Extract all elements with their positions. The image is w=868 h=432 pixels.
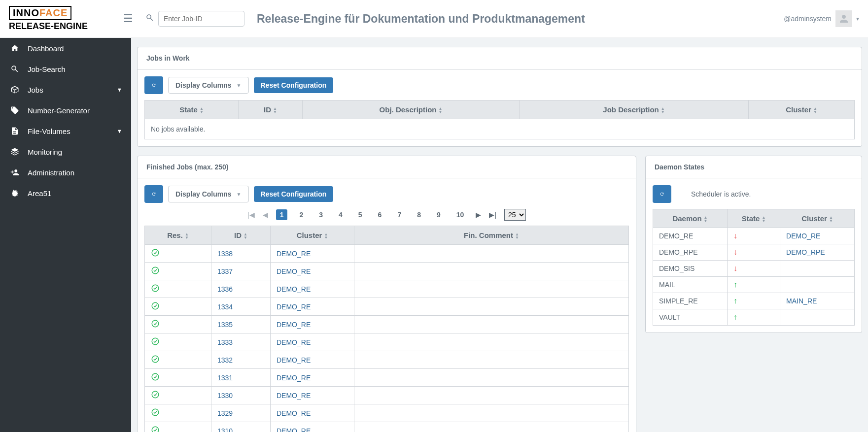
user-menu[interactable]: @adminsystem ▾ (784, 10, 859, 27)
cluster-link[interactable]: DEMO_RE (277, 321, 311, 329)
cluster-link[interactable]: DEMO_RE (277, 392, 311, 399)
job-id-link[interactable]: 1332 (217, 356, 233, 364)
success-icon (151, 375, 160, 383)
page-number[interactable]: 10 (452, 209, 468, 220)
column-header[interactable]: State▲▼ (145, 100, 239, 119)
sidebar-item-number-generator[interactable]: Number-Generator (0, 100, 131, 121)
cluster-link[interactable]: DEMO_RE (277, 338, 311, 346)
page-number[interactable]: 4 (335, 209, 347, 220)
success-icon (151, 286, 160, 294)
column-header[interactable]: Obj. Description▲▼ (303, 100, 520, 119)
job-id-link[interactable]: 1333 (217, 338, 233, 346)
column-header[interactable]: Res.▲▼ (145, 226, 211, 245)
cluster-link[interactable]: DEMO_RPE (786, 248, 825, 256)
avatar-icon (835, 10, 852, 27)
svg-point-3 (152, 302, 159, 309)
table-row: 1310DEMO_RE (145, 422, 629, 432)
job-id-link[interactable]: 1336 (217, 285, 233, 293)
table-row: 1332DEMO_RE (145, 351, 629, 369)
cluster-link[interactable]: DEMO_RE (277, 303, 311, 311)
cluster-link[interactable]: DEMO_RE (277, 356, 311, 364)
page-number[interactable]: 1 (276, 209, 288, 220)
refresh-button[interactable] (653, 185, 671, 203)
chevron-down-icon: ▼ (237, 192, 242, 197)
cluster-link[interactable]: DEMO_RE (277, 250, 311, 258)
column-header[interactable]: State▲▼ (727, 209, 780, 228)
reset-configuration-button[interactable]: Reset Configuration (254, 186, 334, 202)
sidebar-item-area51[interactable]: Area51 (0, 183, 131, 203)
display-columns-dropdown[interactable]: Display Columns▼ (168, 186, 249, 202)
page-number[interactable]: 3 (315, 209, 327, 220)
svg-point-2 (152, 285, 159, 292)
page-last-icon[interactable]: ▶| (489, 211, 496, 219)
job-id-link[interactable]: 1329 (217, 409, 233, 417)
column-header[interactable]: Cluster▲▼ (271, 226, 354, 245)
job-id-link[interactable]: 1310 (217, 427, 233, 432)
success-icon (151, 304, 160, 312)
sidebar-item-label: Administration (28, 168, 74, 177)
page-number[interactable]: 6 (374, 209, 386, 220)
user-plus-icon (9, 168, 21, 177)
sort-icon: ▲▼ (661, 107, 665, 114)
cluster-link[interactable]: DEMO_RE (277, 409, 311, 417)
page-number[interactable]: 2 (295, 209, 307, 220)
finished-jobs-title: Finished Jobs (max. 250) (138, 156, 636, 178)
column-header[interactable]: Job Description▲▼ (520, 100, 749, 119)
arrow-down-icon: ↓ (733, 248, 737, 256)
page-number[interactable]: 7 (393, 209, 405, 220)
daemon-name: VAULT (653, 309, 728, 326)
cluster-link[interactable]: DEMO_RE (786, 232, 820, 240)
job-id-link[interactable]: 1331 (217, 374, 233, 382)
page-first-icon[interactable]: |◀ (247, 211, 255, 219)
sidebar-item-jobs[interactable]: Jobs▼ (0, 79, 131, 100)
cluster-link[interactable]: DEMO_RE (277, 374, 311, 382)
job-id-link[interactable]: 1334 (217, 303, 233, 311)
sidebar-item-dashboard[interactable]: Dashboard (0, 38, 131, 59)
sidebar-item-job-search[interactable]: Job-Search (0, 59, 131, 79)
empty-row: No jobs available. (145, 119, 855, 139)
refresh-button[interactable] (144, 185, 163, 203)
job-id-link[interactable]: 1330 (217, 392, 233, 399)
page-prev-icon[interactable]: ◀ (263, 211, 268, 219)
sidebar-item-file-volumes[interactable]: File-Volumes▼ (0, 121, 131, 141)
chevron-down-icon: ▼ (117, 87, 122, 93)
search-icon (145, 13, 154, 25)
sidebar-item-administration[interactable]: Administration (0, 162, 131, 183)
cluster-link[interactable]: DEMO_RE (277, 427, 311, 432)
page-number[interactable]: 9 (433, 209, 445, 220)
page-number[interactable]: 8 (413, 209, 425, 220)
hamburger-icon[interactable]: ☰ (123, 12, 133, 25)
page-size-select[interactable]: 25 (504, 209, 526, 221)
logo-bottom: RELEASE-ENGINE (9, 21, 88, 32)
success-icon (151, 339, 160, 347)
column-header[interactable]: Cluster▲▼ (749, 100, 855, 119)
comment-cell (354, 298, 629, 316)
daemon-toolbar: Scheduler is active. (653, 185, 855, 203)
display-columns-dropdown[interactable]: Display Columns▼ (168, 77, 249, 94)
search-input[interactable] (158, 11, 244, 27)
job-id-link[interactable]: 1338 (217, 250, 233, 258)
job-id-link[interactable]: 1335 (217, 321, 233, 329)
bug-icon (9, 189, 21, 198)
sort-icon: ▲▼ (200, 107, 204, 114)
cluster-link[interactable]: DEMO_RE (277, 285, 311, 293)
page-number[interactable]: 5 (354, 209, 366, 220)
cluster-link[interactable]: DEMO_RE (277, 267, 311, 275)
column-header[interactable]: Daemon▲▼ (653, 209, 728, 228)
job-id-link[interactable]: 1337 (217, 267, 233, 275)
page-next-icon[interactable]: ▶ (476, 211, 481, 219)
column-header[interactable]: Cluster▲▼ (780, 209, 855, 228)
column-header[interactable]: ID▲▼ (239, 100, 303, 119)
column-header[interactable]: Fin. Comment▲▼ (354, 226, 629, 245)
refresh-button[interactable] (144, 76, 163, 94)
cluster-link[interactable]: MAIN_RE (786, 297, 817, 305)
sidebar-item-monitoring[interactable]: Monitoring (0, 141, 131, 162)
table-row: 1335DEMO_RE (145, 316, 629, 333)
column-header[interactable]: ID▲▼ (211, 226, 271, 245)
table-row: 1336DEMO_RE (145, 280, 629, 298)
daemon-name: DEMO_RPE (653, 244, 728, 261)
svg-point-0 (152, 249, 159, 256)
reset-configuration-button[interactable]: Reset Configuration (254, 77, 334, 93)
sort-icon: ▲▼ (704, 216, 708, 223)
pagination: |◀◀12345678910▶▶|25 (144, 209, 629, 221)
